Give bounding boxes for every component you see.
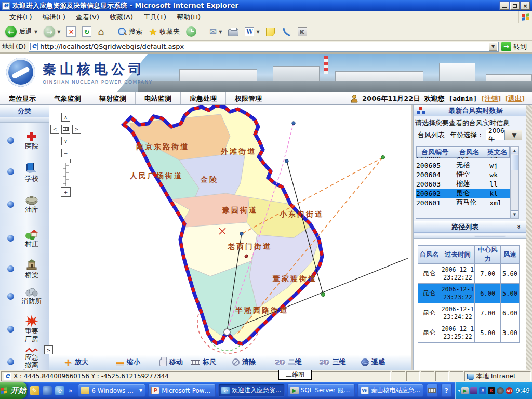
search-button[interactable]: 搜索 xyxy=(115,26,144,37)
tab-location-display[interactable]: 定位显示 xyxy=(0,92,45,104)
menu-favorites[interactable]: 收藏(A) xyxy=(104,11,138,23)
clear-tool[interactable]: 清除 xyxy=(232,357,256,367)
table-row[interactable]: 昆仑 2006-12-123:25:22 5.00 3.00 xyxy=(418,323,520,343)
tray-collapse-icon[interactable]: ◂ xyxy=(458,388,460,393)
forward-button[interactable]: → ▼ xyxy=(42,25,62,38)
taskbar-item-explorer-group[interactable]: 6 Windows Expl... ▼ xyxy=(78,384,145,397)
path-list-bar[interactable]: 路径列表 » xyxy=(414,221,526,233)
logout-link[interactable]: [注销] xyxy=(481,94,501,103)
sidebar-collapse-button[interactable]: > xyxy=(44,345,53,354)
tray-sql-icon[interactable]: ▶ xyxy=(461,387,469,394)
scroll-up-icon[interactable]: ▲ xyxy=(511,147,518,154)
quick-launch-overflow-icon[interactable]: » xyxy=(69,387,72,394)
tray-ati-icon[interactable]: ATI xyxy=(506,387,513,394)
menu-view[interactable]: 查看(V) xyxy=(71,11,104,23)
quick-launch-desktop-icon[interactable]: ✎ xyxy=(30,386,39,395)
pan-left-button[interactable]: < xyxy=(50,125,59,134)
remote-sensing-tool[interactable]: 遥感 xyxy=(361,357,385,367)
sidebar-item-village[interactable]: 村庄 xyxy=(0,229,49,248)
restore-button[interactable] xyxy=(510,2,520,10)
year-dropdown-icon[interactable]: ▼ xyxy=(504,130,522,140)
favorites-button[interactable]: ★ 收藏夹 xyxy=(147,26,182,38)
minimize-button[interactable] xyxy=(500,2,509,10)
tab-emergency-handle[interactable]: 应急处理 xyxy=(181,92,226,104)
scroll-thumb[interactable] xyxy=(511,155,518,170)
tray-volume-icon[interactable] xyxy=(497,387,504,394)
tray-antivirus-icon[interactable]: K xyxy=(488,387,495,394)
collapse-chevron-icon[interactable]: » xyxy=(515,224,523,229)
table-row[interactable]: 200605 无稽 wj xyxy=(416,161,510,170)
zoom-slider-track[interactable] xyxy=(62,163,70,186)
back-button[interactable]: ← 后退 ▼ xyxy=(3,25,39,38)
menu-file[interactable]: 文件(F) xyxy=(4,11,37,23)
sidebar-item-bridge[interactable]: 桥梁 xyxy=(0,259,49,279)
pan-right-button[interactable]: > xyxy=(72,125,81,134)
edit-word-button[interactable]: W▼ xyxy=(243,26,261,37)
pan-tool[interactable]: 移动 xyxy=(159,357,183,367)
mail-button[interactable]: ✉▼ xyxy=(207,26,224,37)
table-row[interactable]: 昆仑 2006-12-123:22:22 7.00 5.60 xyxy=(418,264,520,284)
menu-edit[interactable]: 编辑(E) xyxy=(37,11,71,23)
view-2d-tool[interactable]: 2D二维 xyxy=(275,357,302,367)
antivirus-button[interactable]: K xyxy=(296,26,309,37)
menu-tools[interactable]: 工具(T) xyxy=(138,11,171,23)
table-row-selected[interactable]: 昆仑 2006-12-123:23:22 6.00 5.00 xyxy=(418,284,520,303)
print-button[interactable] xyxy=(226,26,241,37)
sidebar-item-fire-station[interactable]: 消防所 xyxy=(0,288,49,305)
stop-button[interactable]: ✕ xyxy=(64,25,78,38)
zoom-out-tool[interactable]: 缩小 xyxy=(116,357,140,367)
zoom-level-plus-button[interactable]: + xyxy=(61,187,71,197)
back-dropdown-icon[interactable]: ▼ xyxy=(34,30,37,34)
go-button[interactable]: → 转到 xyxy=(501,42,530,51)
section-splitter[interactable] xyxy=(414,234,526,238)
zoom-slider-handle[interactable]: − xyxy=(61,159,71,163)
history-button[interactable] xyxy=(184,25,198,38)
taskbar-item-word-doc[interactable]: W 秦山核电站应急... xyxy=(357,384,423,397)
messenger-button[interactable] xyxy=(279,26,294,37)
forward-dropdown-icon[interactable]: ▼ xyxy=(57,30,60,34)
taskbar-item-powerpoint[interactable]: P Microsoft PowerP... xyxy=(148,384,216,397)
address-url[interactable]: http://localhost/QSgridwebgis/default.as… xyxy=(40,43,487,50)
list-scrollbar[interactable]: ▲ ▼ xyxy=(510,146,519,219)
taskbar-item-sql-server[interactable]: ▶ SQL Server 服务... xyxy=(287,384,355,397)
group-dropdown-icon[interactable]: ▼ xyxy=(139,388,142,393)
address-input[interactable]: http://localhost/QSgridwebgis/default.as… xyxy=(29,42,499,52)
quick-launch-app-icon[interactable] xyxy=(43,386,52,395)
tab-permission[interactable]: 权限管理 xyxy=(226,92,271,104)
zoom-in-tool[interactable]: +放大 xyxy=(64,357,88,367)
taskbar-item-ie-active[interactable]: e 欢迎进入应急资... xyxy=(218,384,284,397)
table-row[interactable]: 200604 悟空 wk xyxy=(416,170,510,179)
notes-button[interactable] xyxy=(264,26,277,37)
menu-help[interactable]: 帮助(H) xyxy=(171,11,206,23)
measure-tool[interactable]: 标尺 xyxy=(191,357,216,367)
zoom-level-minus-button[interactable]: − xyxy=(61,149,70,157)
typhoon-list-body[interactable]: 200606 太虚 tx 200605 无稽 wj 200604 悟空 wk xyxy=(416,157,510,219)
table-row-selected[interactable]: 200602 昆仑 kl xyxy=(416,189,510,198)
quick-launch-ie-icon[interactable]: e xyxy=(55,386,64,395)
map-viewport[interactable]: 南京东路街道 外滩街道 人民广场街道 金陵 豫园街道 小东门街道 老西门街道 董… xyxy=(49,105,411,355)
table-row[interactable]: 200601 西马伦 xml xyxy=(416,198,510,207)
tray-display-icon[interactable] xyxy=(470,387,477,394)
start-button[interactable]: 开始 xyxy=(0,382,27,399)
quit-link[interactable]: [退出] xyxy=(505,94,525,103)
tray-grid-icon[interactable]: # xyxy=(479,387,486,394)
view-3d-tool[interactable]: 3D三维 xyxy=(320,357,346,367)
sidebar-item-hospital[interactable]: 医院 xyxy=(0,131,49,150)
sidebar-item-oil-depot[interactable]: 油库 xyxy=(0,195,49,214)
scroll-down-icon[interactable]: ▼ xyxy=(511,210,518,218)
sidebar-item-school[interactable]: 学校 xyxy=(0,161,49,182)
pan-down-button[interactable]: ∨ xyxy=(61,137,70,145)
help-button[interactable]: ? xyxy=(441,384,452,397)
address-dropdown-icon[interactable]: ▼ xyxy=(489,43,497,51)
sidebar-item-important-plant[interactable]: 重要 厂房 xyxy=(0,315,49,343)
refresh-button[interactable]: ↻ xyxy=(80,25,94,38)
pan-up-button[interactable]: ∧ xyxy=(61,113,70,122)
keyboard-layout-button[interactable] xyxy=(427,384,437,397)
tab-radiation-monitor[interactable]: 辐射监测 xyxy=(90,92,136,104)
year-select[interactable]: 2006年 ▼ xyxy=(486,130,522,140)
close-button[interactable]: × xyxy=(521,2,530,10)
full-extent-button[interactable] xyxy=(61,125,70,134)
table-row[interactable]: 200603 榴莲 ll xyxy=(416,179,510,189)
home-button[interactable]: ⌂ xyxy=(96,24,107,39)
table-row[interactable]: 昆仑 2006-12-123:24:22 7.00 6.00 xyxy=(418,303,520,323)
